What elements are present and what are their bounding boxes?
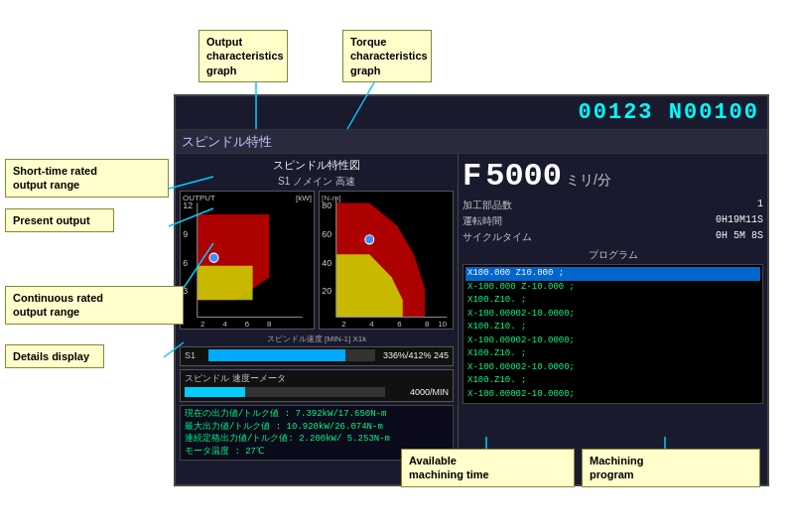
speed-bar-text: 336%/412% 245 xyxy=(383,350,449,360)
svg-text:6: 6 xyxy=(183,258,188,268)
svg-text:8: 8 xyxy=(267,320,272,329)
output-graph: OUTPUT [kW] 12 9 6 3 2 4 6 8 xyxy=(180,191,315,330)
detail-row-1: 最大出力値/トルク値 : 10.920kW/26.074N-m xyxy=(185,421,449,434)
prog-line-0: X100.000 Z10.000 ; xyxy=(465,267,760,281)
svg-text:2: 2 xyxy=(200,320,204,329)
spindle-panel: スピンドル特性図 S1 ノメイン 高速 OUTPUT [kW] 12 9 6 3… xyxy=(176,154,459,484)
svg-marker-17 xyxy=(198,266,253,301)
cycle-label: サイクルタイム xyxy=(463,230,532,244)
meter-value: 4000/MIN xyxy=(389,387,449,397)
svg-text:2: 2 xyxy=(341,320,345,329)
parts-row: 加工部品数 1 xyxy=(463,199,763,212)
detail-row-0: 現在の出力値/トルク値 : 7.392kW/17.650N-m xyxy=(185,408,449,421)
detail-row-2: 連続定格出力値/トルク値: 2.200kW/ 5.253N-m xyxy=(185,433,449,446)
output-graph-unit: [kW] xyxy=(296,194,312,202)
graph-title: スピンドル特性図 xyxy=(180,158,454,173)
prog-line-7: X-100.00002-10.0000; xyxy=(465,361,760,375)
callout-torque-graph: Torque characteristics graph xyxy=(342,30,432,82)
f-unit: ミリ/分 xyxy=(566,172,611,190)
info-section: 加工部品数 1 運転時間 0H19M11S サイクルタイム 0H 5M 8S xyxy=(463,199,763,244)
svg-text:60: 60 xyxy=(322,229,331,239)
callout-output-graph: Output characteristics graph xyxy=(198,30,288,82)
svg-text:6: 6 xyxy=(397,320,402,329)
cycle-value: 0H 5M 8S xyxy=(716,230,763,244)
prog-line-5: X-100.00002-10.0000; xyxy=(465,334,760,348)
program-section-label: プログラム xyxy=(463,248,763,262)
svg-text:8: 8 xyxy=(425,320,430,329)
prog-line-9: X-100.00002-10.0000; xyxy=(465,388,760,402)
f-value: 5000 xyxy=(485,158,562,195)
svg-text:4: 4 xyxy=(369,320,374,329)
f-display: F 5000 ミリ/分 xyxy=(463,158,763,195)
prog-line-4: X100.Z10. ; xyxy=(465,321,760,334)
cnc-title-bar: スピンドル特性 xyxy=(176,130,767,154)
speed-label: S1 xyxy=(185,350,204,360)
info-program-panel: F 5000 ミリ/分 加工部品数 1 運転時間 0H19M11S サイクルタイ… xyxy=(459,154,767,484)
parts-label: 加工部品数 xyxy=(463,199,512,212)
output-graph-svg: 12 9 6 3 2 4 6 8 xyxy=(181,192,314,329)
meter-title: スピンドル 速度ーメータ xyxy=(185,372,449,385)
torque-graph-unit: [N-m] xyxy=(322,194,341,202)
svg-text:6: 6 xyxy=(245,320,250,329)
prog-line-6: X100.Z10. ; xyxy=(465,347,760,361)
prog-line-2: X100.Z10. ; xyxy=(465,294,760,308)
program-lines: X100.000 Z10.000 ; X-100.000 Z-10.000 ; … xyxy=(463,264,763,404)
meter-row: 4000/MIN xyxy=(185,387,449,397)
torque-graph-svg: 80 60 40 20 2 4 6 8 10 xyxy=(320,192,453,329)
svg-text:20: 20 xyxy=(322,286,331,296)
callout-available-time: Available machining time xyxy=(401,449,575,487)
meter-bar-bg xyxy=(185,387,385,397)
svg-text:40: 40 xyxy=(322,258,331,268)
program-id: 00123 N00100 xyxy=(579,100,759,125)
prog-line-8: X100.Z10. ; xyxy=(465,374,760,388)
cnc-main-content: スピンドル特性図 S1 ノメイン 高速 OUTPUT [kW] 12 9 6 3… xyxy=(176,154,767,484)
speed-bar-area: S1 336%/412% 245 xyxy=(180,346,454,366)
meter-bar-fill xyxy=(185,387,245,397)
cnc-header: 00123 N00100 xyxy=(176,96,767,130)
callout-short-time: Short-time rated output range xyxy=(5,159,169,198)
runtime-label: 運転時間 xyxy=(463,214,502,228)
speed-bar-bg xyxy=(208,349,375,361)
callout-continuous: Continuous rated output range xyxy=(5,286,184,325)
cnc-screen: 00123 N00100 スピンドル特性 スピンドル特性図 S1 ノメイン 高速… xyxy=(174,94,769,486)
speed-bar-row: S1 336%/412% 245 xyxy=(185,349,449,361)
runtime-row: 運転時間 0H19M11S xyxy=(463,214,763,228)
speed-bar-fill xyxy=(208,349,345,361)
runtime-value: 0H19M11S xyxy=(716,214,763,228)
output-graph-label: OUTPUT xyxy=(183,194,215,202)
f-label: F xyxy=(463,158,481,195)
graph-subtitle: S1 ノメイン 高速 xyxy=(180,175,454,189)
prog-line-3: X-100.00002-10.0000; xyxy=(465,308,760,322)
parts-value: 1 xyxy=(757,199,763,212)
callout-details: Details display xyxy=(5,344,104,368)
callout-machining-program: Machining program xyxy=(582,449,760,487)
graph-container: OUTPUT [kW] 12 9 6 3 2 4 6 8 xyxy=(180,191,454,330)
cycle-row: サイクルタイム 0H 5M 8S xyxy=(463,230,763,244)
svg-text:4: 4 xyxy=(222,320,227,329)
svg-point-18 xyxy=(209,253,218,262)
screen-title: スピンドル特性 xyxy=(182,134,272,149)
svg-point-32 xyxy=(365,235,374,244)
prog-line-1: X-100.000 Z-10.000 ; xyxy=(465,281,760,295)
callout-present-output: Present output xyxy=(5,208,114,232)
meter-section: スピンドル 速度ーメータ 4000/MIN xyxy=(180,369,454,402)
speed-axis-label: スピンドル速度 [MIN-1] X1k xyxy=(180,333,454,344)
torque-graph: [N-m] 80 60 40 20 2 4 6 8 10 xyxy=(319,191,454,330)
svg-text:9: 9 xyxy=(183,229,188,239)
svg-text:10: 10 xyxy=(438,320,447,329)
